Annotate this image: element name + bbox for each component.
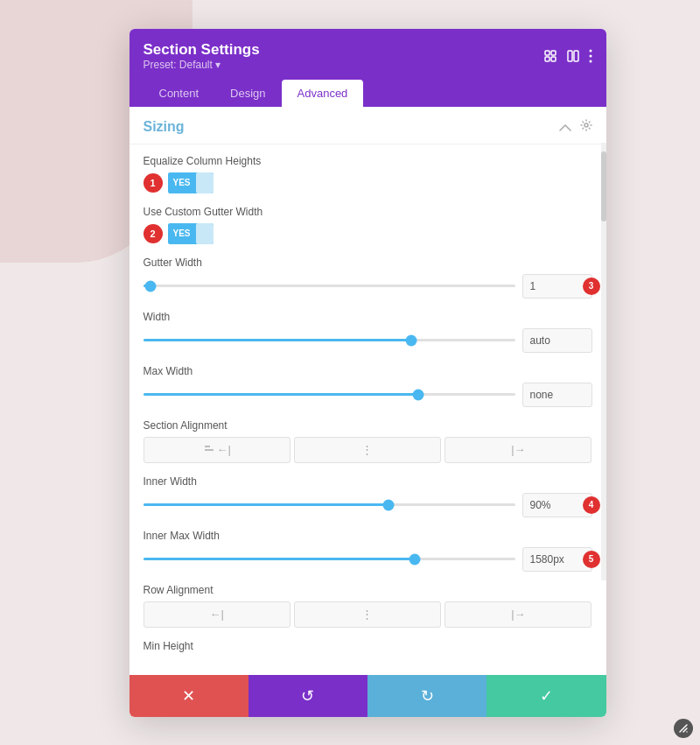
slider-width[interactable] — [144, 332, 515, 349]
row-align-center-button[interactable]: ⋮ — [294, 601, 441, 628]
label-use-custom-gutter-width: Use Custom Gutter Width — [144, 206, 592, 218]
footer-bar: ✕ ↺ ↻ ✓ — [130, 675, 606, 717]
toggle-knob-2 — [196, 223, 214, 244]
slider-track — [144, 285, 515, 287]
label-equalize-column-heights: Equalize Column Heights — [144, 155, 592, 167]
svg-point-9 — [584, 123, 588, 127]
cancel-button[interactable]: ✕ — [130, 675, 248, 717]
slider-value-width: auto — [522, 328, 592, 353]
max-width-value: none — [530, 389, 554, 401]
slider-value-inner-width: 90% 4 — [522, 493, 592, 517]
toggle-row-equalize: 1 YES — [144, 172, 592, 193]
badge-1: 1 — [144, 173, 163, 193]
slider-track-inner-width — [144, 503, 515, 506]
label-section-alignment: Section Alignment — [144, 419, 592, 432]
svg-rect-1 — [551, 51, 556, 55]
slider-inner-width[interactable] — [144, 496, 515, 514]
slider-fill-inner-width — [144, 503, 389, 506]
redo-icon: ↻ — [421, 686, 434, 706]
columns-icon[interactable] — [566, 49, 580, 63]
slider-thumb[interactable] — [145, 280, 157, 292]
inner-max-width-value: 1580px — [530, 553, 564, 566]
toggle-row-gutter: 2 YES — [144, 223, 592, 244]
slider-thumb-max-width[interactable] — [413, 389, 424, 400]
slider-fill-width — [144, 339, 411, 341]
tab-content[interactable]: Content — [144, 80, 215, 107]
label-inner-max-width: Inner Max Width — [144, 530, 592, 542]
alignment-row-row: ←| ⋮ |→ — [144, 601, 592, 628]
slider-thumb-inner-width[interactable] — [383, 499, 395, 510]
toggle-knob — [196, 172, 214, 193]
tab-design[interactable]: Design — [214, 80, 281, 107]
field-row-alignment: Row Alignment ←| ⋮ |→ — [144, 584, 592, 628]
toggle-equalize-column-heights[interactable]: YES — [168, 172, 214, 193]
field-max-width: Max Width none — [144, 365, 592, 407]
slider-value-max-width: none — [522, 383, 592, 407]
label-min-height: Min Height — [144, 640, 592, 652]
field-min-height: Min Height — [144, 640, 592, 652]
width-value: auto — [530, 334, 550, 347]
svg-rect-5 — [574, 51, 578, 61]
panel-subtitle[interactable]: Preset: Default ▾ — [144, 59, 260, 71]
slider-fill-inner-max-width — [144, 558, 415, 560]
collapse-icon[interactable] — [559, 119, 571, 135]
row-align-left-button[interactable]: ←| — [144, 601, 290, 628]
svg-point-6 — [589, 49, 592, 52]
slider-value-gutter-width: 1 3 — [522, 274, 592, 299]
slider-row-inner-max-width: 1580px 5 — [144, 547, 592, 572]
section-title: Sizing — [144, 119, 185, 135]
slider-track-width — [144, 339, 515, 341]
svg-point-8 — [589, 60, 592, 62]
field-gutter-width: Gutter Width 1 3 — [144, 257, 592, 299]
content-area: Equalize Column Heights 1 YES Use Custom… — [130, 144, 606, 675]
slider-track-inner-max-width — [144, 558, 515, 560]
sizing-section-header: Sizing — [130, 107, 606, 144]
settings-icon[interactable] — [580, 119, 592, 135]
svg-point-7 — [589, 54, 592, 57]
field-section-alignment: Section Alignment ←| ⋮ |→ — [144, 419, 592, 463]
cancel-icon: ✕ — [182, 686, 195, 706]
panel-header: Section Settings Preset: Default ▾ Conte… — [130, 29, 606, 107]
toggle-use-custom-gutter[interactable]: YES — [168, 223, 214, 244]
toggle-yes-label: YES — [168, 172, 196, 193]
svg-rect-2 — [545, 57, 550, 61]
align-center-button[interactable]: ⋮ — [294, 437, 441, 463]
svg-rect-3 — [551, 57, 556, 61]
slider-row-inner-width: 90% 4 — [144, 493, 592, 517]
label-inner-width: Inner Width — [144, 475, 592, 488]
label-gutter-width: Gutter Width — [144, 257, 592, 269]
slider-thumb-width[interactable] — [405, 334, 416, 346]
slider-track-max-width — [144, 393, 515, 396]
field-width: Width auto — [144, 311, 592, 353]
align-right-button[interactable]: |→ — [444, 437, 592, 463]
panel-header-top: Section Settings Preset: Default ▾ — [144, 41, 592, 71]
slider-max-width[interactable] — [144, 386, 515, 404]
gutter-width-value: 1 — [530, 280, 536, 292]
corner-resize-icon[interactable] — [674, 719, 693, 738]
undo-button[interactable]: ↺ — [248, 675, 368, 717]
scrollbar-thumb[interactable] — [601, 151, 606, 221]
svg-rect-4 — [568, 51, 572, 61]
confirm-button[interactable]: ✓ — [486, 675, 606, 717]
section-header-icons — [559, 119, 592, 135]
row-align-right-button[interactable]: |→ — [444, 601, 592, 628]
slider-gutter-width[interactable] — [144, 278, 515, 295]
undo-icon: ↺ — [301, 686, 314, 706]
toggle-yes-label-2: YES — [168, 223, 196, 244]
badge-2: 2 — [144, 224, 163, 243]
scrollbar[interactable] — [601, 143, 606, 580]
slider-row-max-width: none — [144, 383, 592, 407]
redo-button[interactable]: ↻ — [368, 675, 486, 717]
tabs: Content Design Advanced — [144, 80, 592, 107]
expand-icon[interactable] — [543, 49, 557, 63]
tab-advanced[interactable]: Advanced — [282, 80, 364, 107]
badge-5: 5 — [583, 551, 600, 568]
slider-thumb-inner-max-width[interactable] — [409, 553, 420, 565]
more-options-icon[interactable] — [589, 49, 592, 63]
confirm-icon: ✓ — [540, 686, 553, 706]
field-use-custom-gutter-width: Use Custom Gutter Width 2 YES — [144, 206, 592, 244]
alignment-row-section: ←| ⋮ |→ — [144, 437, 592, 463]
panel-title-area: Section Settings Preset: Default ▾ — [144, 41, 260, 71]
slider-inner-max-width[interactable] — [144, 551, 515, 568]
align-left-button[interactable]: ←| — [144, 437, 290, 463]
